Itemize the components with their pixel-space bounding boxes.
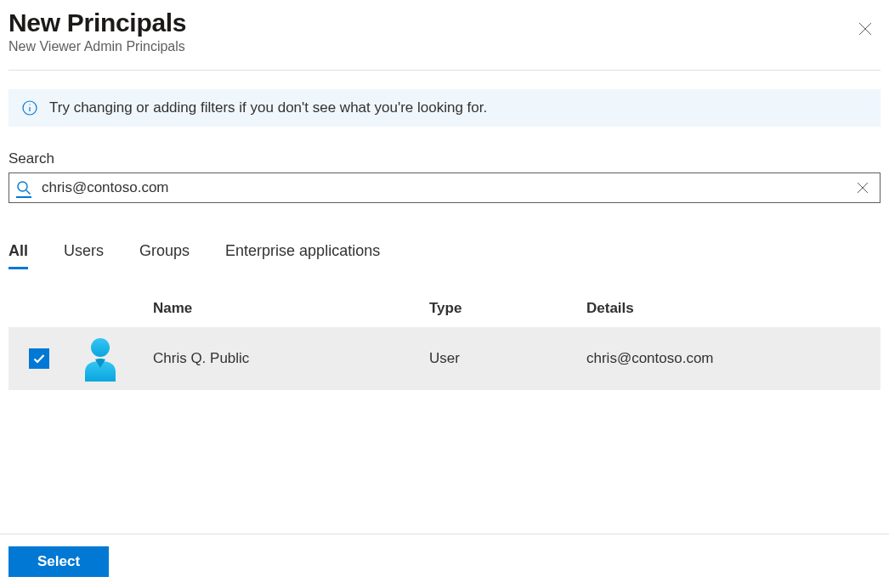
- info-message: Try changing or adding filters if you do…: [49, 99, 487, 116]
- tab-users[interactable]: Users: [64, 242, 104, 269]
- search-input[interactable]: [31, 179, 854, 196]
- page-title: New Principals: [8, 8, 186, 37]
- clear-icon: [857, 182, 869, 194]
- close-button[interactable]: [853, 17, 877, 41]
- search-icon: [16, 180, 31, 195]
- search-label: Search: [8, 150, 881, 167]
- info-banner: Try changing or adding filters if you do…: [8, 89, 881, 127]
- clear-search-button[interactable]: [854, 179, 871, 196]
- search-box[interactable]: [8, 172, 881, 203]
- page-subtitle: New Viewer Admin Principals: [8, 39, 186, 54]
- tab-all[interactable]: All: [8, 242, 28, 269]
- svg-point-5: [18, 182, 27, 191]
- column-name: Name: [153, 300, 429, 317]
- user-avatar-icon: [80, 336, 121, 382]
- info-icon: [22, 100, 37, 116]
- cell-type: User: [429, 350, 586, 367]
- filter-tabs: All Users Groups Enterprise applications: [8, 242, 881, 269]
- tab-enterprise-applications[interactable]: Enterprise applications: [225, 242, 380, 269]
- footer: Select: [0, 534, 889, 588]
- svg-point-4: [29, 104, 30, 105]
- column-details: Details: [586, 300, 881, 317]
- close-icon: [858, 22, 872, 36]
- svg-line-6: [26, 190, 31, 195]
- svg-point-9: [91, 338, 110, 357]
- cell-details: chris@contoso.com: [586, 350, 881, 367]
- results-table: Name Type Details: [8, 300, 881, 390]
- column-type: Type: [429, 300, 586, 317]
- row-checkbox[interactable]: [29, 348, 49, 369]
- cell-name: Chris Q. Public: [153, 350, 429, 367]
- table-row[interactable]: Chris Q. Public User chris@contoso.com: [8, 327, 881, 390]
- header-divider: [8, 70, 881, 71]
- table-header: Name Type Details: [8, 300, 881, 327]
- search-icon-wrap: [16, 178, 31, 198]
- tab-groups[interactable]: Groups: [139, 242, 190, 269]
- check-icon: [32, 352, 46, 365]
- select-button[interactable]: Select: [8, 546, 109, 577]
